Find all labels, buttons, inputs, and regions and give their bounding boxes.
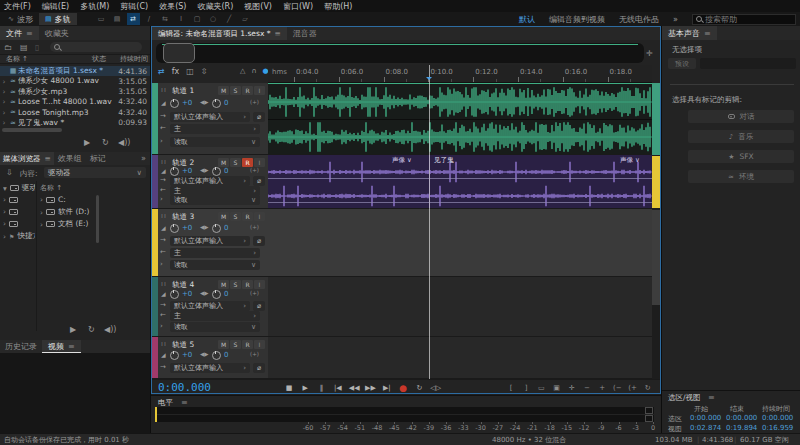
track-solo-button[interactable]: S bbox=[230, 212, 241, 221]
expand-chevron-icon[interactable]: › bbox=[160, 322, 163, 330]
expand-chevron-icon[interactable]: › bbox=[3, 232, 6, 241]
reset-zoom-button[interactable]: ↻ bbox=[641, 382, 655, 393]
tree-item[interactable]: › bbox=[3, 195, 35, 204]
center-playhead-button[interactable]: ✛ bbox=[565, 382, 579, 393]
volume-knob[interactable] bbox=[170, 99, 179, 108]
automation-envelope-line[interactable] bbox=[268, 178, 652, 179]
pan-value[interactable]: 0 bbox=[224, 290, 228, 298]
tab-markers[interactable]: 标记 bbox=[86, 152, 110, 165]
track-header[interactable]: ⁞⁞轨道 2MSRI◢+0◀▶0(+)→默认立体声输入›⌀←主››读取∨ bbox=[152, 155, 268, 209]
tree-item[interactable]: › bbox=[3, 207, 35, 216]
expand-chevron-icon[interactable]: › bbox=[40, 195, 43, 204]
rewind-button[interactable]: ◀◀ bbox=[347, 382, 361, 393]
eraser-tool-icon[interactable]: ▱ bbox=[239, 13, 252, 25]
track-input-field[interactable]: 默认立体声输入› bbox=[170, 236, 250, 246]
track-record-arm-button[interactable]: R bbox=[242, 158, 253, 167]
loop-speaker-icon[interactable]: ◀)) bbox=[104, 325, 116, 334]
preset-dropdown[interactable] bbox=[700, 58, 796, 69]
track-name[interactable]: 轨道 1 bbox=[172, 86, 194, 96]
zoom-to-selection-button[interactable]: ▭ bbox=[534, 382, 548, 393]
track-record-arm-button[interactable]: R bbox=[242, 340, 253, 349]
zoom-out-amplitude-button[interactable]: − bbox=[580, 382, 594, 393]
stop-button[interactable]: ■ bbox=[282, 382, 296, 393]
tab-mixer[interactable]: 混音器 bbox=[287, 27, 323, 40]
workspace-edit-audio-video[interactable]: 编辑音频到视频 bbox=[549, 14, 605, 25]
files-list-header[interactable]: 名称 ↑ 状态 持续时间 bbox=[0, 54, 150, 64]
automation-envelope-line[interactable] bbox=[268, 202, 652, 203]
pause-button[interactable]: ‖ bbox=[315, 382, 329, 393]
track-mute-button[interactable]: M bbox=[218, 280, 229, 289]
track-input-field[interactable]: 默认立体声输入› bbox=[170, 301, 250, 311]
track-name[interactable]: 轨道 4 bbox=[172, 280, 194, 290]
automation-mode-dropdown[interactable]: 读取∨ bbox=[170, 195, 260, 205]
menu-item[interactable]: 收藏夹(R) bbox=[197, 1, 233, 12]
media-list-header[interactable]: 名称 ↑ bbox=[40, 183, 62, 193]
fast-forward-button[interactable]: ▶▶ bbox=[364, 382, 378, 393]
track-solo-button[interactable]: S bbox=[230, 280, 241, 289]
tab-video[interactable]: 视频 ≡ bbox=[42, 340, 81, 353]
volume-value[interactable]: +0 bbox=[182, 99, 192, 107]
panel-menu-icon[interactable]: ≡ bbox=[708, 393, 715, 402]
expand-chevron-icon[interactable]: › bbox=[0, 108, 8, 117]
zoom-in-point-left-button[interactable]: [ bbox=[504, 382, 518, 393]
panel-menu-icon[interactable]: ≡ bbox=[26, 29, 33, 38]
track-header[interactable]: ⁞⁞轨道 3MSRI◢+0◀▶0(+)→默认立体声输入›⌀←主››读取∨ bbox=[152, 209, 268, 277]
waveform-view-button[interactable]: ∿ 波形 bbox=[2, 13, 39, 25]
sfx-button[interactable]: ★SFX bbox=[688, 150, 794, 163]
file-list-item[interactable]: ›≈Loose T...ht 48000 1.wav4:32.40 bbox=[0, 97, 150, 107]
track-monitor-button[interactable]: I bbox=[254, 280, 265, 289]
trash-icon[interactable]: ▯ bbox=[35, 43, 39, 52]
volume-knob[interactable] bbox=[170, 351, 179, 360]
zoom-out-time-button[interactable]: (− bbox=[610, 382, 624, 393]
pan-value[interactable]: 0 bbox=[224, 99, 228, 107]
workspace-more-chevron[interactable]: » bbox=[673, 15, 678, 24]
media-vscrollbar[interactable] bbox=[96, 195, 99, 243]
panel-menu-icon[interactable]: ≡ bbox=[274, 29, 280, 38]
track-monitor-button[interactable]: I bbox=[254, 212, 265, 221]
track-input-field[interactable]: 默认立体声输入› bbox=[170, 363, 250, 373]
track-solo-button[interactable]: S bbox=[230, 86, 241, 95]
panel-menu-icon[interactable]: ≡ bbox=[45, 154, 51, 163]
panel-divider[interactable] bbox=[150, 26, 151, 433]
brush-tool-icon[interactable]: ╱ bbox=[223, 13, 236, 25]
track-lane[interactable] bbox=[268, 209, 652, 277]
file-list-item[interactable]: ›≈Loose Tonight.mp34:32.40 bbox=[0, 107, 150, 117]
menu-item[interactable]: 视图(V) bbox=[244, 1, 272, 12]
track-input-field[interactable]: 默认立体声输入› bbox=[170, 176, 250, 186]
file-list-item[interactable]: ›≈见了鬼.wav *0:09.93 bbox=[0, 118, 150, 128]
selection-duration[interactable]: 0:00.000 bbox=[762, 414, 793, 422]
zoom-out-full-button[interactable]: ▣ bbox=[550, 382, 564, 393]
tree-item[interactable]: ›⚑快捷方式 bbox=[3, 231, 35, 241]
expand-chevron-icon[interactable]: › bbox=[40, 208, 43, 217]
time-display[interactable]: 0:00.000 bbox=[158, 381, 211, 394]
auto-play-icon[interactable]: ↻ bbox=[88, 325, 95, 334]
expand-chevron-icon[interactable]: › bbox=[0, 87, 8, 96]
track-drag-handle[interactable]: ⁞⁞ bbox=[161, 280, 167, 287]
tab-history[interactable]: 历史记录 bbox=[0, 340, 42, 353]
workspace-default[interactable]: 默认 bbox=[519, 14, 535, 25]
skip-to-end-button[interactable]: ▶| bbox=[380, 382, 394, 393]
drive-list-item[interactable]: ›文档 (E:) bbox=[40, 219, 140, 229]
razor-tool-icon[interactable]: ∕ bbox=[143, 13, 156, 25]
timeline-ruler[interactable]: hms 0:04.00:06.00:08.00:10.00:12.00:14.0… bbox=[268, 65, 652, 83]
zoom-navigator[interactable] bbox=[156, 43, 644, 63]
selection-end[interactable]: 0:00.000 bbox=[726, 414, 757, 422]
panel-menu-icon[interactable]: ≡ bbox=[181, 398, 188, 407]
pan-knob[interactable] bbox=[212, 167, 221, 176]
track-output-field[interactable]: 主› bbox=[170, 311, 260, 321]
clip-pan-dropdown[interactable]: 声像 ∨ bbox=[620, 156, 640, 165]
automation-mode-dropdown[interactable]: 读取∨ bbox=[170, 322, 260, 332]
tab-editor[interactable]: 编辑器: 未命名混音项目 1.sesx * ≡ bbox=[152, 27, 287, 40]
preview-play-icon[interactable]: ▶ bbox=[70, 325, 76, 334]
pan-knob[interactable] bbox=[212, 290, 221, 299]
clip-pan-dropdown[interactable]: 声像 ∨ bbox=[392, 156, 412, 165]
volume-value[interactable]: +0 bbox=[182, 224, 192, 232]
track-header[interactable]: ⁞⁞轨道 5MSRI◢+0◀▶0(+)→默认立体声输入›⌀ bbox=[152, 337, 268, 379]
import-file-icon[interactable]: 🗀 bbox=[4, 43, 12, 52]
effects-rack-icon[interactable]: fx bbox=[172, 67, 180, 76]
track-monitor-button[interactable]: I bbox=[254, 86, 265, 95]
tab-files[interactable]: 文件 ≡ bbox=[0, 26, 39, 40]
expand-chevron-icon[interactable]: › bbox=[3, 207, 6, 216]
phase-invert-button[interactable]: ⌀ bbox=[253, 236, 265, 246]
content-dropdown[interactable]: 驱动器 ∨ bbox=[44, 167, 146, 178]
